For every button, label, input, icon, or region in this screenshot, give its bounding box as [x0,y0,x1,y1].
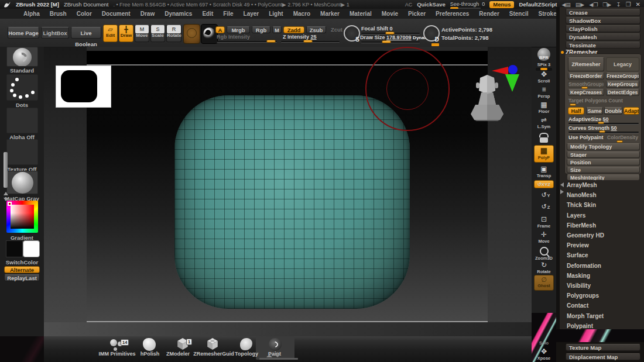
rotate-mode-button[interactable]: R Rotate [166,25,181,42]
color-picker[interactable] [6,201,38,233]
section-surface[interactable]: Surface [567,252,588,258]
keep-groups-button[interactable]: KeepGroups [606,81,639,88]
adaptive-size-handle[interactable] [598,122,604,124]
color-density-handle[interactable] [616,140,623,143]
current-brush-thumbnail[interactable] [6,47,38,67]
menu-preferences[interactable]: Preferences [436,11,469,17]
modify-topology-section[interactable]: Modify Topology [567,143,640,150]
panel-divider-right-icon[interactable] [560,189,564,194]
home-page-button[interactable]: Home Page [8,27,39,39]
persp-button[interactable]: ≡Persp [534,85,554,99]
move-mode-button[interactable]: M Move [135,25,149,42]
mode-a-button[interactable]: A [215,26,225,33]
rotate-y-button[interactable]: ↺Y [534,191,554,198]
curves-strength-handle[interactable] [599,130,605,133]
menu-dynamics[interactable]: Dynamics [165,11,192,17]
menu-render[interactable]: Render [479,11,499,17]
lightbox-button[interactable]: LightBox [41,27,69,39]
claypolish-section[interactable]: ClayPolish [566,25,640,32]
tray-down-icon[interactable] [275,354,280,357]
legacy-2018-button[interactable]: Legacy (2018) [606,57,639,71]
current-stroke-thumbnail[interactable] [6,74,38,101]
double-button[interactable]: Double [604,107,622,115]
quicksave-button[interactable]: QuickSave [417,1,446,8]
frame-button[interactable]: ⊡Frame [534,215,554,229]
section-layers[interactable]: Layers [567,212,585,219]
color-density-slider[interactable]: ColorDensity [607,135,638,140]
current-material-thumbnail[interactable] [6,171,38,194]
xpose-button[interactable]: ✥Xpose [534,347,554,361]
same-button[interactable]: Same [586,107,603,115]
mrgb-button[interactable]: Mrgb [227,26,250,33]
section-masking[interactable]: Masking [567,273,590,279]
use-polypaint-button[interactable]: Use Polypaint [568,135,604,140]
tray-scroll-down-icon[interactable] [4,198,8,201]
transparency-button[interactable]: ▣Transp [534,165,554,178]
section-arraymesh[interactable]: ArrayMesh [567,182,597,188]
axis-y-arrow-icon[interactable] [505,74,519,92]
tessimate-section[interactable]: Tessimate [566,42,640,49]
teal-mesh-object[interactable] [174,95,410,309]
panel-scrollbar[interactable] [556,7,560,362]
panel-divider-left-icon[interactable] [560,182,564,187]
section-visibility[interactable]: Visibility [567,282,591,289]
main-color-swatch[interactable] [6,240,23,257]
zoom3d-button[interactable]: Zoom3D [534,246,554,261]
section-morph-target[interactable]: Morph Target [567,313,604,319]
menu-macro[interactable]: Macro [293,11,310,17]
tray-item-imm-primitives[interactable]: 14 [105,338,129,352]
rotate-canvas-button[interactable]: ↻Rotate [534,261,554,274]
replay-last-button[interactable]: ReplayLast [4,274,40,281]
scroll-button[interactable]: ✥Scroll [534,70,554,84]
adapt-button[interactable]: Adapt [624,107,639,115]
zsub-button[interactable]: Zsub [306,26,326,33]
zadd-button[interactable]: Zadd [283,26,304,33]
section-fibermesh[interactable]: FiberMesh [567,222,596,229]
current-alpha-thumbnail[interactable] [6,108,38,133]
tray-up-icon[interactable] [266,354,272,357]
section-preview[interactable]: Preview [567,242,589,249]
section-deformation[interactable]: Deformation [567,263,601,269]
section-thick-skin[interactable]: Thick Skin [567,202,596,208]
draw-mode-button[interactable]: ╋ Draw [119,25,133,42]
shadowbox-section[interactable]: ShadowBox [566,17,640,24]
alternate-button[interactable]: Alternate [4,266,40,273]
menu-edit[interactable]: Edit [202,11,213,17]
dynamic-draw-size-icon[interactable]: D [423,24,439,43]
tray-item-zremesherguide[interactable] [205,337,220,351]
tray-item-hpolish[interactable] [142,338,158,352]
rgb-button[interactable]: Rgb [252,26,270,33]
zremesher-button[interactable]: ZRemesher [568,57,604,71]
size-section[interactable]: Size [567,167,640,173]
draw-size-handle[interactable] [382,40,391,43]
mesh-integrity-section[interactable]: MeshIntegrity [567,174,640,181]
m-button[interactable]: M [272,26,282,33]
move-canvas-button[interactable]: ✛Move [534,230,554,244]
local-symmetry-button[interactable]: ⇌L.Sym [534,116,554,129]
menu-document[interactable]: Document [102,11,131,17]
edit-mode-button[interactable]: ▱ Edit [103,25,118,42]
menu-color[interactable]: Color [77,11,92,17]
spix-slider[interactable]: SPix 3 [534,63,554,71]
stroke-curve-icon[interactable]: S [343,24,359,43]
menu-layer[interactable]: Layer [244,11,259,17]
freeze-groups-button[interactable]: FreezeGroups [606,73,639,80]
texture-map-section[interactable]: Texture Map [566,344,640,351]
secondary-color-swatch[interactable] [23,240,40,257]
rgb-intensity-handle[interactable] [266,40,276,43]
z-intensity-handle[interactable] [303,40,313,43]
tray-scrollbar[interactable] [259,358,298,360]
scale-mode-button[interactable]: S Scale [150,25,165,42]
axis-z-dot-icon[interactable] [508,65,518,74]
section-polygroups[interactable]: Polygroups [567,292,599,299]
shelf-divider-handle[interactable] [431,43,439,46]
current-brush-icon[interactable] [183,24,200,44]
solo-button[interactable]: Solo [534,341,554,346]
position-section[interactable]: Position [567,159,640,166]
bust-gizmo[interactable] [468,73,506,121]
section-geometry-hd[interactable]: Geometry HD [567,232,604,239]
target-polygons-slider[interactable]: Target Polygons Count [568,98,623,104]
section-polypaint[interactable]: Polypaint [567,323,593,329]
half-button[interactable]: Half [568,107,584,115]
tray-item-paint[interactable] [268,338,283,352]
